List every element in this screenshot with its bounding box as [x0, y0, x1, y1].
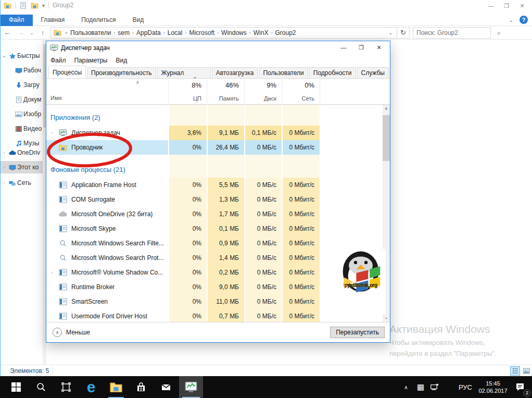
sidebar-item-network[interactable]: › Сеть	[1, 177, 46, 189]
touch-keyboard-button[interactable]: ▦	[414, 376, 427, 398]
process-row[interactable]: › Диспетчер задач 3,6% 9,1 МБ 0,1 МБ/с 0…	[46, 126, 383, 140]
taskbar-store-button[interactable]	[129, 376, 153, 398]
taskbar-explorer-button[interactable]	[104, 376, 128, 398]
expand-icon[interactable]: ›	[1, 150, 8, 155]
sidebar-item-videos[interactable]: Видео	[1, 122, 46, 135]
expand-icon[interactable]: ›	[46, 145, 58, 150]
action-center-button[interactable]: 2	[512, 376, 528, 398]
column-header-network[interactable]: 0% Сеть	[282, 79, 320, 105]
collapse-icon[interactable]: ⌄	[1, 53, 8, 58]
taskbar-task-manager-button[interactable]	[179, 376, 203, 398]
expand-icon[interactable]: ›	[1, 180, 8, 185]
process-row[interactable]: Application Frame Host 0% 5,5 МБ 0 МБ/с …	[46, 178, 383, 192]
network-tray-button[interactable]	[428, 376, 440, 398]
process-row[interactable]: COM Surrogate 0% 1,3 МБ 0 МБ/с 0 Мбит/с	[46, 192, 383, 207]
thumbnail-view-button[interactable]	[522, 366, 531, 376]
tab-app-history[interactable]: Журнал приложений	[157, 67, 211, 78]
breadcrumb-segment[interactable]: Local	[168, 29, 183, 36]
minimize-button[interactable]: —	[335, 41, 352, 54]
breadcrumb-segment[interactable]: Windows	[221, 29, 247, 36]
group-row-apps[interactable]: Приложения (2)	[46, 105, 383, 126]
process-row[interactable]: Microsoft Windows Search Filte... 0% 0,9…	[46, 236, 383, 251]
breadcrumb-segment[interactable]: WinX	[254, 29, 269, 36]
sidebar-item-pictures[interactable]: Изобр	[1, 108, 46, 120]
restart-button[interactable]: Перезапустить	[330, 327, 385, 338]
task-view-button[interactable]	[54, 376, 78, 398]
taskbar-edge-button[interactable]: e	[79, 376, 103, 398]
breadcrumb-overflow[interactable]: «	[64, 30, 69, 35]
refresh-icon[interactable]: ↻	[397, 27, 409, 39]
tab-performance[interactable]: Производительность	[87, 67, 156, 78]
sidebar-item-quick-access[interactable]: ⌄ Быстры	[1, 49, 46, 62]
process-row[interactable]: Microsoft OneDrive (32 бита) 0% 1,7 МБ 0…	[46, 207, 383, 221]
process-row[interactable]: › Microsoft® Volume Shadow Co... 0% 0,2 …	[46, 265, 383, 280]
process-row[interactable]: Runtime Broker 0% 9,0 МБ 0 МБ/с 0 Мбит/с	[46, 280, 383, 294]
back-button[interactable]: ←	[1, 29, 14, 36]
ribbon-tab-share[interactable]: Поделиться	[73, 15, 124, 26]
tab-startup[interactable]: Автозагрузка	[212, 67, 258, 78]
fewer-details-button[interactable]: ∧ Меньше	[53, 328, 90, 337]
qat-customize-icon[interactable]: ▾	[42, 3, 45, 8]
ribbon-tab-home[interactable]: Главная	[33, 15, 73, 26]
qat-properties-icon[interactable]	[19, 2, 27, 9]
column-header-disk[interactable]: 9% Диск	[244, 79, 282, 105]
sidebar-item-desktop[interactable]: Рабоч	[1, 64, 46, 77]
tab-processes[interactable]: Процессы	[48, 66, 86, 78]
sidebar-item-documents[interactable]: Докум	[1, 93, 46, 106]
sidebar-item-onedrive[interactable]: › OneDriv	[1, 146, 46, 159]
ribbon-tab-file[interactable]: Файл	[1, 15, 33, 26]
tab-services[interactable]: Службы	[357, 67, 389, 78]
scrollbar-thumb[interactable]	[383, 115, 390, 161]
search-icon[interactable]: ⌕	[497, 29, 504, 36]
details-view-button[interactable]	[510, 366, 520, 376]
menu-file[interactable]: Файл	[46, 55, 70, 66]
process-row[interactable]: Microsoft Windows Search Prot... 0% 1,4 …	[46, 251, 383, 265]
address-dropdown-icon[interactable]: ⌄	[384, 30, 397, 35]
breadcrumb-segment[interactable]: Microsoft	[189, 29, 214, 36]
tray-overflow-chevron[interactable]: ∧	[400, 376, 412, 398]
column-header-name[interactable]: Имя	[50, 95, 61, 101]
restore-button[interactable]: ❐	[499, 0, 514, 11]
qat-new-folder-icon[interactable]	[31, 2, 39, 9]
breadcrumb-segment[interactable]: AppData	[136, 29, 161, 36]
ribbon-tab-view[interactable]: Вид	[124, 15, 152, 26]
breadcrumb-segment[interactable]: sem	[118, 29, 130, 36]
group-row-background[interactable]: Фоновые процессы (21)	[46, 155, 383, 178]
address-bar[interactable]: « Пользователи › sem › AppData › Local ›…	[50, 27, 410, 39]
scroll-up-icon[interactable]: ∧	[383, 105, 390, 113]
sidebar-item-this-pc[interactable]: › Этот ко	[1, 161, 46, 173]
expand-icon[interactable]: ›	[1, 165, 8, 170]
menu-options[interactable]: Параметры	[70, 55, 112, 66]
search-input[interactable]	[413, 29, 497, 36]
process-row[interactable]: Microsoft Skype 0% 0,1 МБ 0 МБ/с 0 Мбит/…	[46, 221, 383, 236]
language-indicator[interactable]: РУС	[456, 376, 475, 398]
close-button[interactable]: ✕	[514, 0, 530, 11]
forward-button[interactable]: →	[14, 29, 28, 36]
sidebar-item-downloads[interactable]: Загру	[1, 79, 46, 91]
process-row-selected[interactable]: › Проводник 0% 26,4 МБ 0 МБ/с 0 Мбит/с	[46, 140, 383, 155]
minimize-button[interactable]: —	[483, 0, 499, 11]
help-icon[interactable]: ?	[520, 16, 528, 24]
up-button[interactable]: ↑	[36, 29, 49, 36]
taskbar-mail-button[interactable]	[154, 376, 178, 398]
taskbar-search-button[interactable]	[29, 376, 53, 398]
expand-icon[interactable]: ›	[46, 270, 58, 275]
tab-users[interactable]: Пользователи	[259, 67, 308, 78]
expand-icon[interactable]: ›	[46, 130, 58, 135]
expand-ribbon-icon[interactable]: ⌄	[509, 17, 513, 23]
scroll-down-icon[interactable]: ⌄	[383, 314, 390, 322]
column-header-memory[interactable]: 46% Память	[207, 79, 244, 105]
close-button[interactable]: ✕	[370, 41, 388, 54]
column-header-cpu[interactable]: 8% ЦП	[168, 79, 207, 105]
menu-view[interactable]: Вид	[111, 55, 131, 66]
recent-locations-icon[interactable]: ⌄	[28, 30, 36, 35]
start-button[interactable]	[4, 376, 28, 398]
clock[interactable]: 15:45 02.06.2017	[476, 376, 510, 398]
maximize-button[interactable]: ❐	[352, 41, 370, 54]
search-box[interactable]: ⌕	[413, 27, 491, 39]
process-row[interactable]: SmartScreen 0% 11,0 МБ 0 МБ/с 0 Мбит/с	[46, 294, 383, 309]
tab-details[interactable]: Подробности	[309, 67, 356, 78]
breadcrumb-segment[interactable]: Group2	[275, 29, 296, 36]
breadcrumb-segment[interactable]: Пользователи	[70, 29, 111, 36]
process-row[interactable]: Usermode Font Driver Host 0% 0,7 МБ 0 МБ…	[46, 309, 383, 322]
